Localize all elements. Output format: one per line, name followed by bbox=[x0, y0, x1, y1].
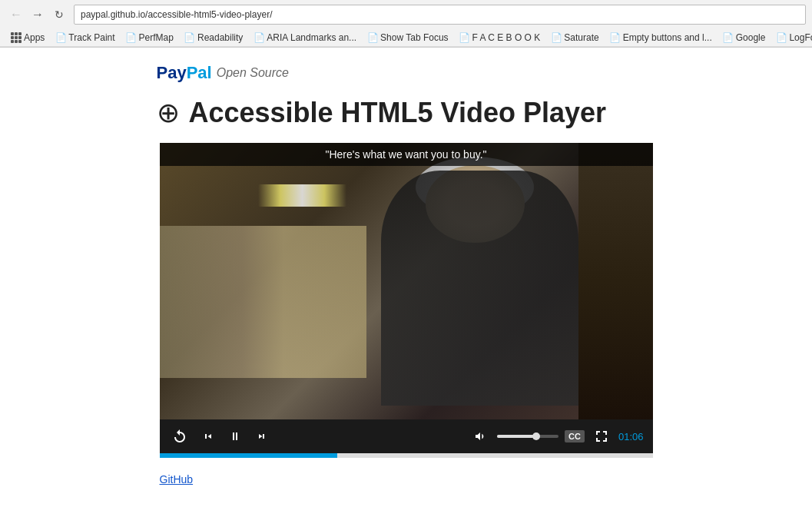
volume-slider[interactable] bbox=[497, 435, 558, 438]
paypal-logo: PayPal bbox=[157, 63, 212, 83]
bakery-case bbox=[160, 226, 367, 378]
apps-icon bbox=[11, 32, 22, 43]
person-body bbox=[381, 171, 578, 406]
apps-label: Apps bbox=[24, 32, 45, 43]
bookmark-readability[interactable]: 📄 Readability bbox=[180, 31, 247, 45]
brand-header: PayPal Open Source bbox=[157, 63, 656, 83]
back-button[interactable]: ← bbox=[6, 5, 26, 25]
bookmark-label: PerfMap bbox=[139, 32, 174, 43]
paypal-pay: Pay bbox=[157, 63, 187, 82]
bookmark-label: Saturate bbox=[564, 32, 598, 43]
video-container: "Here's what we want you to buy." bbox=[160, 143, 653, 453]
bookmark-icon: 📄 bbox=[723, 32, 734, 43]
bookmark-logfo[interactable]: 📄 LogFo bbox=[771, 31, 812, 45]
bookmark-empty-buttons[interactable]: 📄 Empty buttons and l... bbox=[605, 31, 717, 45]
address-bar[interactable] bbox=[74, 5, 806, 25]
bookmark-icon: 📄 bbox=[367, 32, 378, 43]
bookmark-label: Show Tab Focus bbox=[380, 32, 449, 43]
github-link[interactable]: GitHub bbox=[160, 473, 194, 486]
browser-chrome: ← → ↻ Apps 📄 Track Paint 📄 PerfMap 📄 Rea… bbox=[0, 0, 812, 48]
pause-button[interactable] bbox=[224, 426, 246, 447]
volume-fill bbox=[497, 435, 534, 438]
bookmark-label: ARIA Landmarks an... bbox=[267, 32, 356, 43]
nav-buttons: ← → ↻ bbox=[6, 5, 69, 25]
bookmark-icon: 📄 bbox=[184, 32, 195, 43]
progress-bar[interactable] bbox=[160, 453, 653, 458]
bookmark-label: Readability bbox=[197, 32, 243, 43]
bookmark-icon: 📄 bbox=[126, 32, 137, 43]
time-display: 01:06 bbox=[618, 431, 644, 442]
video-player-icon: ⊕ bbox=[157, 97, 180, 129]
apps-bookmark[interactable]: Apps bbox=[6, 31, 49, 45]
page-title-area: ⊕ Accessible HTML5 Video Player bbox=[157, 97, 656, 129]
bookmark-label: F A C E B O O K bbox=[472, 32, 541, 43]
page-title: Accessible HTML5 Video Player bbox=[189, 97, 607, 129]
bookmark-icon: 📄 bbox=[776, 32, 787, 43]
bookmarks-bar: Apps 📄 Track Paint 📄 PerfMap 📄 Readabili… bbox=[0, 29, 812, 47]
bookmark-show-tab[interactable]: 📄 Show Tab Focus bbox=[363, 31, 453, 45]
paypal-pal: Pal bbox=[187, 63, 212, 82]
bookmark-perfmap[interactable]: 📄 PerfMap bbox=[121, 31, 178, 45]
cc-button[interactable]: CC bbox=[565, 430, 585, 442]
rewind-button[interactable] bbox=[197, 426, 218, 447]
volume-thumb bbox=[532, 432, 540, 440]
bookmark-icon: 📄 bbox=[610, 32, 621, 43]
current-time: 01:06 bbox=[618, 431, 644, 442]
bookmark-icon: 📄 bbox=[55, 32, 66, 43]
main-area: PayPal Open Source ⊕ Accessible HTML5 Vi… bbox=[0, 63, 812, 486]
bookmark-label: Empty buttons and l... bbox=[623, 32, 712, 43]
forward-button[interactable]: → bbox=[28, 5, 48, 25]
bookmark-label: LogFo bbox=[789, 32, 812, 43]
volume-button[interactable] bbox=[469, 426, 491, 447]
bookmark-icon: 📄 bbox=[254, 32, 264, 43]
open-source-label: Open Source bbox=[217, 66, 289, 80]
page-content: PayPal Open Source ⊕ Accessible HTML5 Vi… bbox=[0, 48, 812, 501]
bookmark-saturate[interactable]: 📄 Saturate bbox=[546, 31, 603, 45]
play-forward-button[interactable] bbox=[252, 426, 273, 447]
replay-button[interactable] bbox=[169, 426, 191, 447]
video-caption: "Here's what we want you to buy." bbox=[160, 143, 653, 166]
bookmark-icon: 📄 bbox=[459, 32, 470, 43]
progress-fill bbox=[160, 453, 337, 458]
ceiling-light bbox=[258, 184, 347, 207]
video-frame[interactable]: "Here's what we want you to buy." bbox=[160, 143, 653, 419]
bookmark-facebook[interactable]: 📄 F A C E B O O K bbox=[455, 31, 545, 45]
video-controls: CC 01:06 bbox=[160, 419, 653, 453]
bookmark-track-paint[interactable]: 📄 Track Paint bbox=[51, 31, 119, 45]
bookmark-label: Google bbox=[736, 32, 766, 43]
bookmark-google[interactable]: 📄 Google bbox=[718, 31, 771, 45]
fullscreen-button[interactable] bbox=[591, 426, 612, 447]
bookmark-aria[interactable]: 📄 ARIA Landmarks an... bbox=[249, 31, 361, 45]
background-shelf bbox=[578, 143, 652, 419]
browser-toolbar: ← → ↻ bbox=[0, 0, 812, 29]
bookmark-label: Track Paint bbox=[68, 32, 114, 43]
video-overlay bbox=[160, 143, 653, 419]
refresh-button[interactable]: ↻ bbox=[49, 5, 69, 25]
bookmark-icon: 📄 bbox=[551, 32, 562, 43]
